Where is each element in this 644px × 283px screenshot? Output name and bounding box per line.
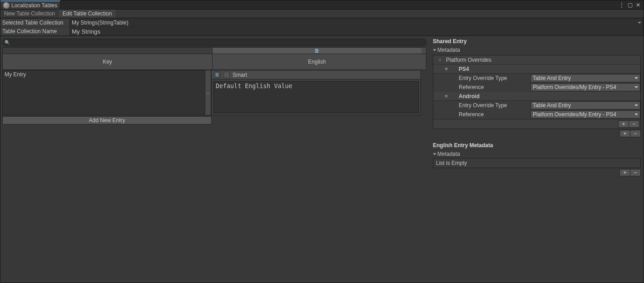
english-metadata-empty: List is Empty	[433, 158, 641, 168]
chevron-down-icon	[634, 114, 638, 115]
platform-overrides-header[interactable]: ≡ Platform Overrides	[433, 55, 640, 65]
selected-collection-row: Selected Table Collection My Strings(Str…	[0, 18, 644, 27]
value-toolbar: 🗎 Smart	[212, 70, 421, 79]
chevron-down-icon	[433, 153, 436, 155]
sub-tabs: New Table Collection Edit Table Collecti…	[0, 10, 644, 18]
android-override-type-dropdown[interactable]: Table And Entry	[530, 101, 640, 109]
shared-metadata-foldout[interactable]: Metadata	[433, 46, 641, 54]
remove-entry-button[interactable]: -	[205, 70, 211, 115]
collection-name-input[interactable]	[69, 27, 644, 35]
left-panel: 🔍 🗎 Key English My Entry -	[0, 36, 428, 283]
shared-metadata-add-button[interactable]: +	[619, 130, 630, 137]
main-split: 🔍 🗎 Key English My Entry -	[0, 35, 644, 283]
kebab-icon[interactable]: ⋮	[618, 1, 625, 9]
platform-name-ps4[interactable]: PS4	[459, 66, 640, 72]
chevron-down-icon	[634, 77, 638, 79]
entry-key-input[interactable]: My Entry	[2, 70, 205, 115]
shared-metadata-remove-button[interactable]: −	[630, 130, 641, 137]
tab-edit-table-collection[interactable]: Edit Table Collection	[59, 10, 116, 18]
ps4-reference-dropdown[interactable]: Platform Overrides/My Entry - PS4	[530, 83, 640, 91]
selected-collection-dropdown[interactable]: My Strings(StringTable)	[69, 19, 644, 27]
platform-remove-button[interactable]: −	[629, 120, 639, 128]
close-icon[interactable]: ✕	[634, 1, 642, 9]
platform-overrides-title: Platform Overrides	[446, 57, 640, 63]
english-metadata-remove-button[interactable]: −	[630, 169, 641, 176]
page-icon[interactable]: 🗎	[213, 71, 221, 79]
selected-collection-label: Selected Table Collection	[0, 20, 69, 26]
platform-add-button[interactable]: +	[618, 120, 629, 128]
platform-overrides-box: ≡ Platform Overrides ≡ PS4 Entry Overrid…	[433, 55, 641, 129]
android-reference-dropdown[interactable]: Platform Overrides/My Entry - PS4	[530, 110, 640, 119]
android-reference-label: Reference	[459, 111, 530, 118]
window-title: Localization Tables	[11, 2, 57, 9]
drag-handle-icon: ≡	[445, 66, 447, 71]
drag-handle-icon: ≡	[445, 94, 447, 99]
smart-label: Smart	[233, 72, 247, 78]
key-cell-wrapper: My Entry -	[2, 70, 212, 115]
chevron-down-icon	[634, 86, 638, 88]
entries-grid: 🗎 Key English My Entry - 🗎 S	[2, 47, 426, 124]
table-row: My Entry - 🗎 Smart	[2, 70, 426, 115]
column-grab-lang[interactable]: 🗎	[212, 48, 421, 54]
android-override-type-label: Entry Override Type	[459, 102, 530, 109]
ps4-reference-label: Reference	[459, 84, 530, 90]
platform-name-android[interactable]: Android	[459, 93, 640, 99]
right-panel: Shared Entry Metadata ≡ Platform Overrid…	[430, 36, 644, 283]
ps4-override-type-label: Entry Override Type	[459, 75, 530, 81]
platform-overrides-footer: + −	[433, 119, 640, 129]
selected-collection-value: My Strings(StringTable)	[72, 20, 129, 26]
window-tab-row: Localization Tables ⋮ ▢ ✕	[0, 0, 644, 10]
drag-handle-icon: ≡	[439, 57, 441, 62]
english-metadata-foldout[interactable]: Metadata	[433, 150, 641, 158]
smart-checkbox[interactable]	[223, 72, 230, 78]
metadata-label: Metadata	[437, 151, 460, 157]
add-new-entry-button[interactable]: Add New Entry	[2, 116, 212, 124]
ps4-override-type-dropdown[interactable]: Table And Entry	[530, 74, 640, 82]
english-entry-title: English Entry Metadata	[433, 141, 641, 150]
search-bar[interactable]: 🔍	[2, 39, 426, 46]
maximize-icon[interactable]: ▢	[626, 1, 634, 9]
window-controls: ⋮ ▢ ✕	[618, 0, 644, 9]
chevron-down-icon	[433, 49, 436, 51]
search-input[interactable]	[10, 39, 424, 46]
window-tab-localization-tables[interactable]: Localization Tables	[0, 0, 60, 9]
collection-name-row: Table Collection Name	[0, 27, 644, 35]
globe-icon	[3, 2, 10, 9]
entry-value-input[interactable]	[213, 81, 419, 113]
root: Localization Tables ⋮ ▢ ✕ New Table Coll…	[0, 0, 644, 283]
column-grab-blank	[3, 48, 212, 54]
collection-name-label: Table Collection Name	[0, 28, 69, 35]
column-header-english[interactable]: English	[212, 54, 421, 70]
value-cell-wrapper: 🗎 Smart	[212, 70, 421, 115]
shared-entry-title: Shared Entry	[433, 37, 641, 46]
chevron-down-icon	[638, 22, 641, 24]
column-header-key[interactable]: Key	[3, 54, 212, 70]
tab-new-table-collection[interactable]: New Table Collection	[0, 10, 59, 18]
search-icon: 🔍	[5, 40, 10, 45]
metadata-label: Metadata	[437, 47, 460, 53]
english-metadata-add-button[interactable]: +	[619, 169, 630, 176]
chevron-down-icon	[634, 104, 638, 106]
